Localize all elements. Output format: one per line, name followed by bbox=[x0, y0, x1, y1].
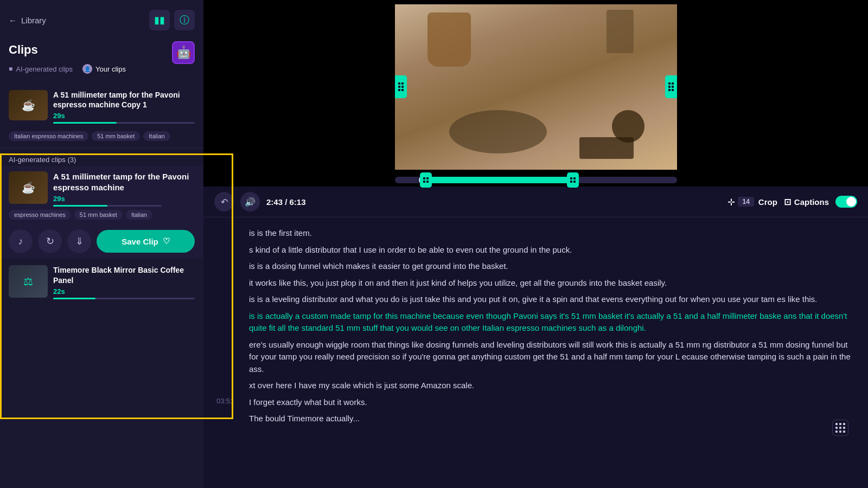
video-black-right bbox=[677, 0, 869, 174]
crop-label: Crop bbox=[758, 197, 777, 207]
video-trim-handle-left[interactable] bbox=[395, 75, 407, 98]
expanded-clip-progress bbox=[53, 205, 162, 207]
download-icon: ⇓ bbox=[75, 235, 84, 247]
transcript-line-2: is is a dosing funnel which makes it eas… bbox=[216, 259, 855, 274]
expanded-clip-progress-fill bbox=[53, 205, 107, 207]
ts-time-4 bbox=[216, 293, 240, 294]
volume-button[interactable]: 🔊 bbox=[240, 192, 260, 211]
clip-name-timemore: Timemore Black Mirror Basic Coffee Panel bbox=[53, 265, 195, 285]
expanded-clip-card: ☕ A 51 millimeter tamp for the Pavoni es… bbox=[0, 166, 203, 259]
share-button[interactable]: ↻ bbox=[38, 229, 62, 253]
ts-time-5 bbox=[216, 310, 240, 311]
expanded-tag-0: espresso machines bbox=[9, 210, 71, 220]
video-area bbox=[203, 0, 868, 174]
video-player[interactable] bbox=[395, 4, 677, 170]
back-label: Library bbox=[21, 16, 46, 25]
transcript-line-9: The bould Timemore actually... bbox=[216, 412, 855, 426]
save-clip-label: Save Clip bbox=[122, 237, 158, 246]
playback-controls: ↶ 🔊 2:43 / 6:13 ⊹ 14 Crop ⊡ Captions bbox=[203, 187, 868, 217]
back-button[interactable]: ← Library bbox=[9, 16, 46, 25]
ts-text-1: s kind of a little distributor that I us… bbox=[249, 244, 855, 256]
ts-time-6 bbox=[216, 339, 240, 339]
main-content: ↶ 🔊 2:43 / 6:13 ⊹ 14 Crop ⊡ Captions is … bbox=[203, 0, 868, 488]
ts-text-8: I forget exactly what but it works. bbox=[249, 396, 855, 409]
trim-area bbox=[203, 174, 868, 187]
ts-text-5: is is actually a custom made tamp for th… bbox=[249, 310, 855, 335]
clip-tags-main: Italian espresso machines 51 mm basket I… bbox=[0, 129, 203, 145]
transcript-line-3: it works like this, you just plop it on … bbox=[216, 276, 855, 291]
video-trim-handle-right[interactable] bbox=[665, 75, 677, 98]
clip-thumb-timemore: ⚖ bbox=[9, 265, 48, 298]
share-icon: ↻ bbox=[46, 235, 54, 247]
video-black-left bbox=[203, 0, 395, 174]
expanded-clip-thumb: ☕ bbox=[9, 171, 48, 204]
ts-text-3: it works like this, you just plop it on … bbox=[249, 277, 855, 290]
transcript-line-5: is is actually a custom made tamp for th… bbox=[216, 309, 855, 336]
expanded-clip-duration: 29s bbox=[53, 195, 195, 203]
volume-icon: 🔊 bbox=[245, 197, 256, 207]
expanded-section-label: AI-generated clips (3) bbox=[0, 150, 203, 166]
expanded-tag-1: 51 mm basket bbox=[74, 210, 123, 220]
heart-icon: ♡ bbox=[163, 236, 170, 246]
expanded-clip-tags: espresso machines 51 mm basket Italian bbox=[9, 207, 195, 223]
download-button[interactable]: ⇓ bbox=[67, 229, 91, 253]
clip-thumbnail-coffee: ☕ bbox=[9, 90, 48, 120]
trim-filled bbox=[423, 177, 570, 183]
clip-duration-main: 29s bbox=[53, 112, 195, 120]
clip-item-timemore[interactable]: ⚖ Timemore Black Mirror Basic Coffee Pan… bbox=[0, 259, 203, 305]
transcript-line-8: 03:51 I forget exactly what but it works… bbox=[216, 395, 855, 410]
header-icons: ▮▮ ⓘ bbox=[149, 10, 195, 30]
ts-time-7 bbox=[216, 380, 240, 380]
clip-progress-timemore bbox=[53, 298, 195, 299]
tiktok-button[interactable]: ♪ bbox=[9, 229, 33, 253]
clip-name-main: A 51 millimeter tamp for the Pavoni espr… bbox=[53, 90, 195, 110]
tab-ai-generated[interactable]: ■ AI-generated clips bbox=[9, 65, 73, 73]
toggle-thumb bbox=[846, 197, 856, 207]
tab-your-label: Your clips bbox=[95, 65, 126, 73]
ts-time-0 bbox=[216, 227, 240, 228]
section-label-text: AI-generated clips (3) bbox=[9, 156, 76, 164]
time-display: 2:43 / 6:13 bbox=[266, 197, 306, 207]
crop-button[interactable]: ⊹ 14 Crop bbox=[727, 197, 777, 207]
crop-number-badge: 14 bbox=[738, 197, 754, 207]
clip-duration-timemore: 22s bbox=[53, 287, 195, 296]
ts-text-4: is is a leveling distributor and what yo… bbox=[249, 293, 855, 306]
transcript-line-1: s kind of a little distributor that I us… bbox=[216, 243, 855, 258]
expanded-tag-2: Italian bbox=[126, 210, 152, 220]
clip-item-main[interactable]: ☕ A 51 millimeter tamp for the Pavoni es… bbox=[0, 85, 203, 129]
expanded-clip-title: A 51 millimeter tamp for the Pavoni espr… bbox=[53, 171, 195, 192]
clip-progress-fill-main bbox=[53, 122, 117, 124]
tab-your-clips[interactable]: 👤 Your clips bbox=[82, 64, 126, 74]
sidebar: ← Library ▮▮ ⓘ Clips 🤖 ■ AI-generated cl… bbox=[0, 0, 203, 488]
ts-text-0: is is the first item. bbox=[249, 227, 855, 240]
ai-icon: ■ bbox=[9, 65, 12, 73]
ts-time-1 bbox=[216, 244, 240, 245]
trim-handle-right[interactable] bbox=[567, 172, 579, 188]
captions-icon: ⊡ bbox=[784, 197, 791, 207]
film-icon: ▮▮ bbox=[154, 14, 165, 26]
captions-toggle[interactable] bbox=[835, 196, 857, 208]
captions-label: Captions bbox=[794, 197, 829, 207]
captions-button[interactable]: ⊡ Captions bbox=[784, 197, 829, 207]
divider bbox=[0, 147, 203, 148]
expanded-clip-info: A 51 millimeter tamp for the Pavoni espr… bbox=[53, 171, 195, 207]
clip-action-buttons: ♪ ↻ ⇓ Save Clip ♡ bbox=[9, 229, 195, 253]
ts-text-9: The bould Timemore actually... bbox=[249, 413, 855, 425]
undo-button[interactable]: ↶ bbox=[214, 192, 234, 211]
info-icon-button[interactable]: ⓘ bbox=[174, 10, 195, 30]
dots-grid-button[interactable] bbox=[832, 420, 848, 436]
film-icon-button[interactable]: ▮▮ bbox=[149, 10, 170, 30]
clips-title: Clips bbox=[9, 43, 38, 57]
ts-time-9 bbox=[216, 413, 240, 413]
trim-handle-left[interactable] bbox=[420, 172, 432, 188]
save-clip-button[interactable]: Save Clip ♡ bbox=[97, 230, 195, 253]
ts-text-6: ere's usually enough wiggle room that th… bbox=[249, 339, 855, 376]
trim-track[interactable] bbox=[395, 177, 677, 183]
clip-info-timemore: Timemore Black Mirror Basic Coffee Panel… bbox=[53, 265, 195, 299]
transcript-line-4: is is a leveling distributor and what yo… bbox=[216, 292, 855, 307]
transcript-line-0: is is the first item. bbox=[216, 226, 855, 241]
ts-text-2: is is a dosing funnel which makes it eas… bbox=[249, 260, 855, 273]
tag-2: Italian bbox=[143, 131, 170, 141]
video-frame bbox=[395, 4, 677, 170]
clips-section: Clips 🤖 ■ AI-generated clips 👤 Your clip… bbox=[0, 36, 203, 85]
